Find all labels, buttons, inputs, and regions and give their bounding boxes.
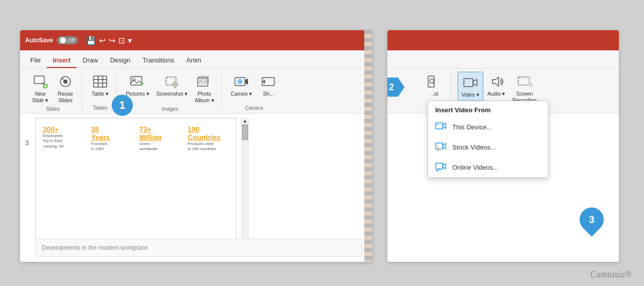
stat-million-number: 73+Million (139, 125, 162, 141)
right-panel: 2 Ω ..ol (387, 30, 619, 262)
stat-employees-number: 300+ (43, 125, 59, 133)
video-label: Video ▾ (461, 92, 479, 98)
stat-million-label: Usersworldwide (139, 141, 157, 152)
stock-video-icon (435, 141, 447, 153)
images-group-label: Images (123, 106, 217, 112)
symbol-button[interactable]: Ω ..ol (423, 72, 447, 99)
cameo-label: Cameo ▾ (231, 91, 253, 97)
scrollbar-container: ▲ ▼ (242, 118, 249, 256)
ribbon-content: NewSlide ▾ ReuseSlides Slides (20, 68, 372, 114)
svg-rect-8 (94, 76, 107, 87)
photo-album-button[interactable]: PhotoAlbum ▾ (192, 72, 217, 105)
autosave-toggle[interactable]: Off (57, 36, 77, 44)
left-panel: AutoSave Off 💾 ↩ ↪ ⊡ ▾ 1 File Insert Dra… (20, 30, 372, 262)
presenter-icon[interactable]: ⊡ (118, 36, 125, 45)
step-1-number: 1 (119, 99, 125, 112)
svg-marker-41 (473, 80, 477, 86)
slide-content: 300+ EmployeesHQ in EastLansing, MI 35Ye… (36, 118, 236, 248)
shapes-button[interactable]: Sh... (256, 72, 280, 99)
stat-countries: 190Countries Products usedin 190 countri… (186, 123, 231, 243)
title-icons: 💾 ↩ ↪ ⊡ ▾ (86, 36, 132, 45)
main-container: AutoSave Off 💾 ↩ ↪ ⊡ ▾ 1 File Insert Dra… (0, 0, 644, 286)
screenshot-icon (164, 74, 180, 90)
tab-transitions[interactable]: Transitions (136, 53, 180, 68)
reuse-slides-icon (57, 74, 73, 90)
pictures-icon (129, 74, 145, 90)
right-ribbon-tabs (387, 50, 619, 68)
screenshot-label: Screenshot ▾ (156, 91, 188, 97)
svg-marker-55 (443, 144, 446, 149)
undo-icon[interactable]: ↩ (99, 36, 106, 45)
symbol-icon: Ω (427, 74, 443, 90)
images-buttons: Pictures ▾ (123, 72, 217, 105)
camera-group: Cameo ▾ Sh... Camera (224, 72, 285, 111)
dropdown-title: Insert Video From (428, 101, 548, 117)
dropdown-menu: Insert Video From This Device... (428, 101, 548, 178)
table-button[interactable]: Table ▾ (88, 72, 112, 99)
svg-marker-59 (443, 164, 446, 169)
cameo-icon (233, 74, 250, 90)
video-button[interactable]: Video ▾ (457, 72, 484, 101)
tab-file[interactable]: File (24, 53, 47, 68)
stat-years-label: Foundedin 1987 (91, 141, 107, 152)
dropdown-item-online[interactable]: Online Videos... (428, 157, 548, 177)
step-badge-3: 3 (575, 202, 609, 237)
screenshot-button[interactable]: Screenshot ▾ (153, 72, 191, 99)
dropdown-item-device[interactable]: This Device... (428, 117, 548, 137)
tab-design[interactable]: Design (104, 53, 136, 68)
cameo-button[interactable]: Cameo ▾ (228, 72, 256, 99)
stat-employees-label: EmployeesHQ in EastLansing, MI (43, 133, 63, 149)
slide-preview[interactable]: 300+ EmployeesHQ in EastLansing, MI 35Ye… (35, 118, 236, 249)
slide-notes-text: Developments in the modern workplace (42, 244, 148, 251)
stat-countries-label: Products usedin 190 countries (188, 141, 216, 152)
dropdown-item-stock-label: Stock Videos... (452, 144, 496, 151)
photo-album-icon (196, 74, 212, 90)
left-panel-edge (364, 30, 372, 262)
slides-group-label: Slides (28, 106, 77, 112)
toggle-circle (60, 37, 66, 43)
svg-rect-54 (436, 143, 443, 149)
scroll-up-button[interactable]: ▲ (242, 118, 249, 124)
camera-buttons: Cameo ▾ Sh... (228, 72, 281, 104)
svg-rect-51 (436, 123, 443, 129)
autosave-label: AutoSave (25, 37, 53, 44)
title-bar: AutoSave Off 💾 ↩ ↪ ⊡ ▾ (20, 30, 372, 50)
tab-anim[interactable]: Anim (180, 53, 207, 68)
svg-marker-42 (493, 77, 499, 86)
scrollbar-thumb[interactable] (242, 125, 248, 140)
camtasia-watermark: Camtasia® (590, 269, 632, 280)
step-badge-2: 2 (387, 78, 405, 97)
dropdown-item-stock[interactable]: Stock Videos... (428, 137, 548, 157)
step-badge-1: 1 (112, 95, 133, 116)
images-group: Pictures ▾ (119, 72, 222, 111)
redo-icon[interactable]: ↪ (109, 36, 115, 45)
svg-marker-32 (245, 79, 248, 85)
svg-point-30 (200, 80, 202, 82)
tables-group-label: Tables (88, 105, 112, 111)
dropdown-arrow-icon[interactable]: ▾ (128, 36, 132, 45)
svg-point-34 (239, 81, 241, 83)
scrollbar[interactable] (242, 124, 249, 249)
new-slide-button[interactable]: NewSlide ▾ (28, 72, 52, 105)
tables-buttons: Table ▾ (88, 72, 112, 104)
stat-million: 73+Million Usersworldwide (137, 123, 183, 243)
tab-draw[interactable]: Draw (76, 53, 104, 68)
table-label: Table ▾ (92, 91, 109, 97)
audio-button[interactable]: Audio ▾ (485, 72, 509, 99)
slide-area: 3 300+ EmployeesHQ in EastLansing, MI 35… (20, 114, 372, 260)
slide-notes[interactable]: Developments in the modern workplace (35, 239, 362, 257)
svg-text:Ω: Ω (429, 77, 434, 85)
dropdown-item-device-label: This Device... (452, 123, 492, 131)
audio-label: Audio ▾ (488, 91, 506, 97)
svg-line-7 (61, 78, 65, 82)
pictures-button[interactable]: Pictures ▾ (123, 72, 152, 99)
tab-insert[interactable]: Insert (47, 53, 76, 68)
online-video-icon (435, 161, 447, 173)
step-2-number: 2 (389, 82, 394, 93)
slides-buttons: NewSlide ▾ ReuseSlides (28, 72, 77, 105)
step-badge-2-container: 2 (387, 78, 405, 97)
table-icon (92, 74, 108, 90)
save-icon[interactable]: 💾 (86, 36, 96, 45)
svg-rect-53 (437, 124, 439, 125)
reuse-slides-button[interactable]: ReuseSlides (53, 72, 77, 105)
